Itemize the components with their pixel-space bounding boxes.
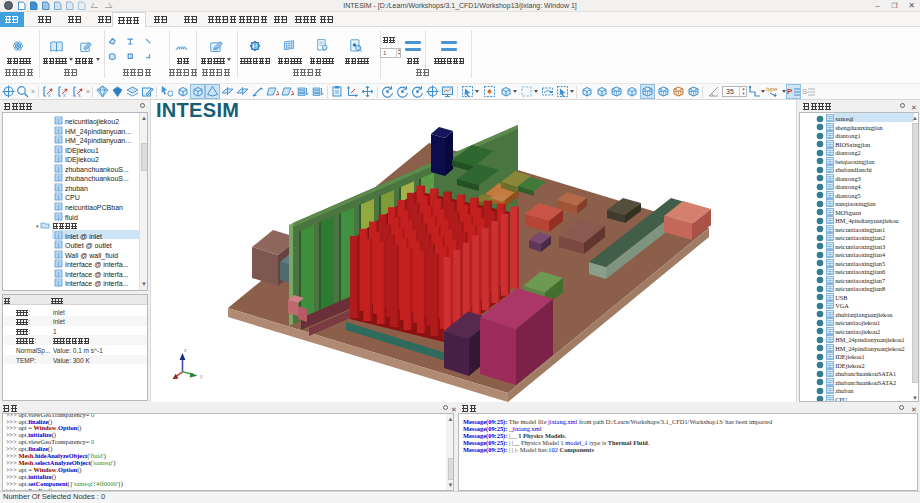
svg-text:P: P [787,87,793,96]
svg-text:x: x [78,92,81,98]
svg-text:x: x [48,92,51,98]
svg-text:type: type [766,86,778,92]
svg-text:S: S [802,87,807,96]
svg-text:x: x [63,92,66,98]
svg-text:z: z [184,347,187,353]
svg-text:y: y [200,373,203,379]
